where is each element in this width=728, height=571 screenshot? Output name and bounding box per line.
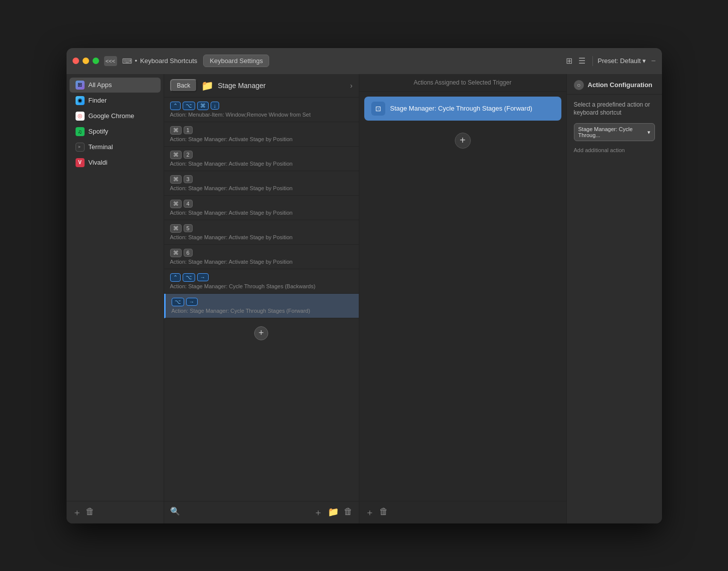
action-config-icon: ○ [574,80,584,90]
key-opt-back: ⌥ [183,273,195,282]
sidebar-delete-button[interactable]: 🗑 [86,506,95,518]
triggers-header-label: Actions Assigned to Selected Trigger [414,79,511,86]
key-cmd-5: ⌘ [170,224,182,233]
key-5: 5 [184,224,193,232]
shortcut-item-4[interactable]: ⌘ 4 Action: Stage Manager: Activate Stag… [164,196,359,220]
shortcut-item-7[interactable]: ⌃ ⌥ → Action: Stage Manager: Cycle Throu… [164,269,359,294]
sidebar-item-label-all-apps: All Apps [89,81,112,89]
shortcut-list: ⌃ ⌥ ⌘ ↓ Action: Menubar-Item: Window;Rem… [164,98,359,501]
sidebar-footer: ＋ 🗑 [67,501,164,523]
sidebar-item-finder[interactable]: ◉ Finder [70,93,161,108]
shortcut-item-0[interactable]: ⌃ ⌥ ⌘ ↓ Action: Menubar-Item: Window;Rem… [164,98,359,122]
shortcut-action-7: Action: Stage Manager: Cycle Through Sta… [170,283,353,289]
view-toggle: ⊞ ☰ [564,55,587,67]
chevron-down-icon: ▾ [647,129,650,136]
grid-view-button[interactable]: ⊞ [564,55,574,67]
shortcut-item-1[interactable]: ⌘ 1 Action: Stage Manager: Activate Stag… [164,122,359,147]
action-dropdown[interactable]: Stage Manager: Cycle Throug... ▾ [574,123,655,141]
sidebar-item-spotify[interactable]: ♫ Spotify [70,124,161,139]
action-dropdown-value: Stage Manager: Cycle Throug... [578,126,647,138]
sidebar-item-vivaldi[interactable]: V Vivaldi [70,155,161,170]
triggers-add-button[interactable]: ＋ [365,506,374,518]
shortcut-item-3[interactable]: ⌘ 3 Action: Stage Manager: Activate Stag… [164,171,359,196]
add-trigger-action-button[interactable]: + [455,133,471,149]
triggers-header: Actions Assigned to Selected Trigger [359,74,566,92]
key-4: 4 [184,200,193,208]
close-window-button[interactable] [73,58,79,64]
trigger-selected-item[interactable]: ⊡ Stage Manager: Cycle Through Stages (F… [364,97,561,121]
shortcut-keys-6: ⌘ 6 [170,249,353,257]
shortcut-item-6[interactable]: ⌘ 6 Action: Stage Manager: Activate Stag… [164,245,359,269]
shortcut-keys-5: ⌘ 5 [170,224,353,233]
shortcut-keys-8: ⌥ → [172,298,353,306]
traffic-lights [73,58,99,64]
middle-add-button[interactable]: ＋ [314,506,323,518]
sidebar: ⊞ All Apps ◉ Finder ◎ Google Chrome ♫ Sp… [67,74,164,523]
shortcut-item-2[interactable]: ⌘ 2 Action: Stage Manager: Activate Stag… [164,147,359,171]
vivaldi-icon: V [76,158,85,167]
triggers-footer: ＋ 🗑 [359,501,566,523]
titlebar-right: ⊞ ☰ Preset: Default ▾ − [564,55,656,67]
key-2: 2 [184,151,193,159]
preset-button[interactable]: Preset: Default ▾ [598,57,646,65]
key-ctrl-back: ⌃ [170,273,181,282]
key-right-fwd: → [186,298,198,306]
middle-header: Back 📁 Stage Manager › [164,74,359,98]
sidebar-item-label-chrome: Google Chrome [89,112,135,120]
middle-delete-button[interactable]: 🗑 [344,506,353,518]
sidebar-add-button[interactable]: ＋ [73,506,82,518]
breadcrumb: ⌨ • Keyboard Shortcuts Keyboard Settings [122,55,559,67]
sidebar-item-label-finder: Finder [89,97,107,104]
keyboard-settings-button[interactable]: Keyboard Settings [203,55,269,67]
shortcut-keys-0: ⌃ ⌥ ⌘ ↓ [170,102,353,110]
main-window: <<< ⌨ • Keyboard Shortcuts Keyboard Sett… [67,48,662,523]
shortcut-keys-4: ⌘ 4 [170,200,353,208]
fullscreen-window-button[interactable] [93,58,99,64]
shortcut-keys-7: ⌃ ⌥ → [170,273,353,282]
minimize-window-button[interactable] [83,58,89,64]
key-cmd-4: ⌘ [170,200,182,208]
sidebar-item-terminal[interactable]: > Terminal [70,140,161,155]
shortcut-action-4: Action: Stage Manager: Activate Stage by… [170,210,353,216]
back-nav-label: <<< [106,58,115,64]
titlebar: <<< ⌨ • Keyboard Shortcuts Keyboard Sett… [67,48,662,74]
titlebar-close-button[interactable]: − [651,57,655,66]
triggers-delete-button[interactable]: 🗑 [379,506,388,518]
shortcut-item-8[interactable]: ⌥ → Action: Stage Manager: Cycle Through… [164,294,359,318]
app-folder-icon: 📁 [201,80,214,92]
breadcrumb-title: Keyboard Shortcuts [140,57,197,65]
middle-folder-button[interactable]: 📁 [328,506,339,518]
divider [592,56,593,66]
add-shortcut-button[interactable]: + [254,326,268,340]
list-view-button[interactable]: ☰ [576,55,587,67]
key-down: ↓ [211,102,220,110]
sidebar-item-chrome[interactable]: ◎ Google Chrome [70,109,161,124]
sidebar-item-label-spotify: Spotify [89,128,109,135]
shortcut-action-3: Action: Stage Manager: Activate Stage by… [170,185,353,191]
breadcrumb-dot: • [135,57,138,65]
trigger-item-icon: ⊡ [371,102,385,116]
sidebar-item-label-vivaldi: Vivaldi [89,159,108,166]
key-1: 1 [184,126,193,134]
sidebar-item-label-terminal: Terminal [89,143,113,151]
shortcut-item-5[interactable]: ⌘ 5 Action: Stage Manager: Activate Stag… [164,220,359,245]
expand-button[interactable]: › [350,82,353,90]
action-body: Select a predefined action or keyboard s… [567,95,662,160]
key-right-back: → [197,273,209,281]
search-button[interactable]: 🔍 [170,506,180,518]
middle-panel: Back 📁 Stage Manager › ⌃ ⌥ ⌘ ↓ Action: M… [164,74,359,523]
key-ctrl: ⌃ [170,102,181,110]
back-button[interactable]: Back [170,79,198,92]
keyboard-icon: ⌨ [122,57,132,65]
sidebar-item-all-apps[interactable]: ⊞ All Apps [70,78,161,93]
triggers-panel: Actions Assigned to Selected Trigger ⊡ S… [359,74,567,523]
shortcut-keys-2: ⌘ 2 [170,151,353,159]
shortcut-action-8: Action: Stage Manager: Cycle Through Sta… [172,308,353,314]
back-nav-button[interactable]: <<< [104,56,117,66]
key-cmd-3: ⌘ [170,175,182,184]
action-add-label: Add additional action [574,147,655,153]
action-header: ○ Action Configuration [567,74,662,95]
key-3: 3 [184,175,193,183]
action-config-title: Action Configuration [588,81,652,89]
shortcut-keys-3: ⌘ 3 [170,175,353,184]
